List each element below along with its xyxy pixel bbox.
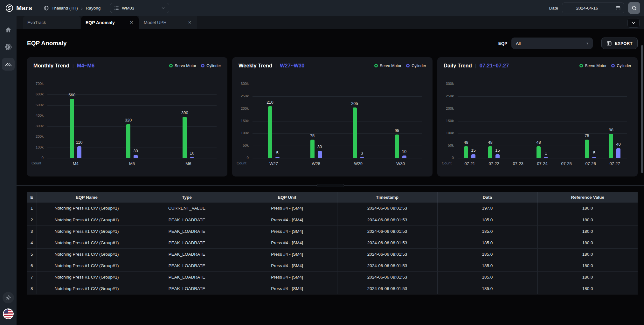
bar-value-label: 1 [537,151,556,156]
line-select[interactable]: WM03 [110,3,169,13]
legend-item[interactable]: Cylinder [201,64,221,68]
bar-value-label: 10 [395,149,414,154]
legend-item[interactable]: Servo Motor [374,64,401,68]
column-header[interactable]: Type [137,192,237,203]
brand-name: Mars [16,4,32,12]
bar-cylinder [360,157,364,158]
bar-cylinder [495,154,500,158]
table-cell: Press #4 - [SM4] [237,248,337,260]
language-flag-button[interactable] [3,308,14,319]
sidebar-item-evotrack[interactable] [2,41,15,53]
bar-value-label: 40 [609,142,628,147]
gridline [458,109,627,109]
panel-resize-handle[interactable] [316,184,344,187]
y-tick-label: 150k [235,119,249,123]
table-cell: Notching Press #1 C/V (Group#1) [37,260,137,271]
export-button[interactable]: EXPORT [601,38,638,49]
tab-eqp-anomaly[interactable]: EQP Anomaly × [81,16,139,29]
bar-cylinder [318,151,322,158]
table-cell: PEAK_LOADRATE [137,225,237,237]
table-row[interactable]: 1Notching Press #1 C/V (Group#1)CURRENT_… [27,203,638,214]
gridline [458,84,627,84]
table-cell: 180.0 [537,283,638,294]
title-separator: | [275,63,277,68]
y-tick-label: 100k [235,131,249,135]
page-header: EQP Anomaly EQP All ▾ EXPO [17,29,644,49]
table-cell: Press #4 - [SM4] [237,237,337,248]
table-row[interactable]: 6Notching Press #1 C/V (Group#1)PEAK_LOA… [27,260,638,271]
column-header[interactable]: E [27,192,37,203]
bar-value-label: 75 [578,133,597,138]
bar-value-label: 205 [345,101,364,106]
tab-close-icon[interactable]: × [129,19,134,26]
table-cell: Press #4 - [SM4] [237,283,337,294]
date-input[interactable]: 2024-04-16 [562,3,624,13]
us-flag-icon [3,308,14,319]
tab-close-icon[interactable]: × [187,19,192,26]
table-row[interactable]: 7Notching Press #1 C/V (Group#1)PEAK_LOA… [27,271,638,283]
legend-item[interactable]: Cylinder [406,64,426,68]
table-cell: PEAK_LOADRATE [137,237,237,248]
column-header[interactable]: Timestamp [337,192,437,203]
bar-value-label: 3 [352,151,371,156]
table-cell: 2024-06-06 08:01:53 [337,203,437,214]
gridline [253,121,422,121]
sidebar-item-eqp-anomaly[interactable] [2,58,15,71]
search-button[interactable] [628,2,640,14]
eqp-label: EQP [498,41,508,46]
calendar-button[interactable] [612,3,624,13]
breadcrumb-separator: › [81,5,83,11]
eqp-select-value: All [516,41,521,46]
table-cell: 7 [27,271,37,283]
table-row[interactable]: 2Notching Press #1 C/V (Group#1)PEAK_LOA… [27,214,638,225]
table-cell: 1 [27,203,37,214]
card-header: Monthly Trend | M4~M6 Servo MotorCylinde… [27,57,227,69]
table-row[interactable]: 5Notching Press #1 C/V (Group#1)PEAK_LOA… [27,248,638,260]
column-header[interactable]: EQP Name [37,192,137,203]
legend-item[interactable]: Servo Motor [169,64,196,68]
sidebar-item-home[interactable] [2,24,15,36]
mars-logo-icon [5,4,14,12]
table-row[interactable]: 8Notching Press #1 C/V (Group#1)PEAK_LOA… [27,283,638,294]
list-icon [114,6,119,10]
eqp-select[interactable]: All ▾ [511,38,593,49]
legend-dot-icon [169,64,173,67]
table-row[interactable]: 3Notching Press #1 C/V (Group#1)PEAK_LOA… [27,225,638,237]
bar-value-label: 30 [310,144,329,149]
column-header[interactable]: Reference Value [537,192,638,203]
table-cell: 2024-06-06 08:01:53 [337,260,437,271]
y-tick-label: 0 [30,156,44,160]
bar-value-label: 390 [175,110,194,115]
table-row[interactable]: 4Notching Press #1 C/V (Group#1)PEAK_LOA… [27,237,638,248]
gridline [253,96,422,97]
gridline [253,84,422,84]
tabs-collapse-button[interactable] [627,18,640,28]
table-cell: 185.0 [437,237,537,248]
bar-value-label: 210 [260,100,280,105]
column-header[interactable]: Data [437,192,537,203]
column-header[interactable]: EQP Unit [237,192,337,203]
table-cell: 2024-06-06 08:01:53 [337,271,437,283]
bar-servo-motor [585,140,589,158]
breadcrumb-location[interactable]: Thailand (TH) [52,6,78,10]
bar-value-label: 48 [529,140,548,145]
x-category-label: W27 [260,161,288,166]
tab-model-uph[interactable]: Model UPH × [139,16,197,29]
table-cell: PEAK_LOADRATE [137,283,237,294]
table-cell: 2 [27,214,37,225]
bar-value-label: 95 [387,128,406,133]
daily-trend-chart: 050k100k150k200k250k300kCount07-21481507… [440,74,635,173]
table-cell: 5 [27,248,37,260]
breadcrumb-site[interactable]: Rayong [86,6,101,10]
bar-value-label: 98 [602,128,621,132]
date-label: Date [549,6,558,10]
card-header: Daily Trend | 07.21~07.27 Servo MotorCyl… [437,57,638,69]
legend-item[interactable]: Cylinder [611,64,631,68]
gridline [253,133,422,134]
gridline [47,84,217,84]
theme-toggle-button[interactable] [3,292,14,303]
vertical-scrollbar[interactable] [641,45,643,173]
card-title: Monthly Trend [33,63,69,69]
legend-item[interactable]: Servo Motor [579,64,606,68]
tab-evotrack[interactable]: EvoTrack [23,16,80,29]
